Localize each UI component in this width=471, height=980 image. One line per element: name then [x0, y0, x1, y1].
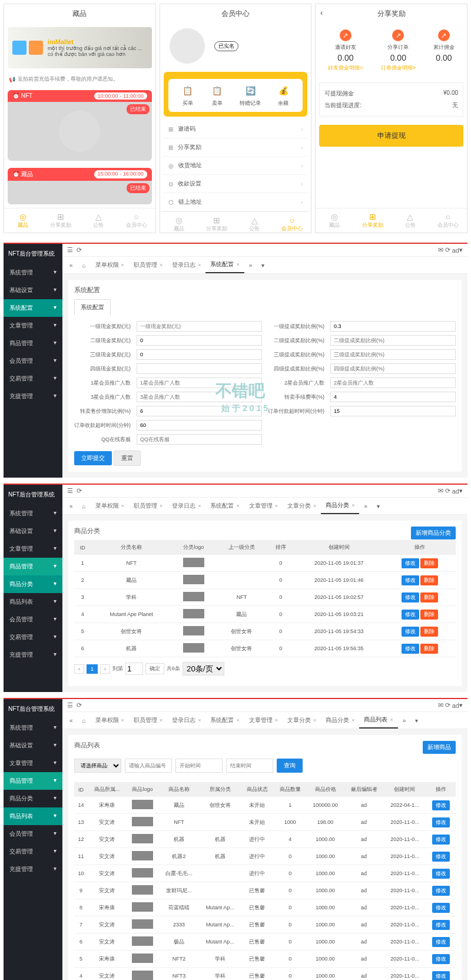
close-icon[interactable]: ×: [160, 717, 162, 723]
close-icon[interactable]: ×: [160, 503, 162, 509]
close-icon[interactable]: ×: [121, 262, 124, 268]
edit-button[interactable]: 修改: [432, 817, 450, 827]
sidebar-item[interactable]: 交易管理▾: [4, 370, 62, 388]
tab[interactable]: 登录日志 ×: [167, 713, 205, 728]
edit-button[interactable]: 修改: [432, 954, 450, 964]
edit-button[interactable]: 修改: [402, 644, 419, 654]
form-input[interactable]: [137, 420, 262, 431]
detail-link[interactable]: 订单佣金明细>: [381, 64, 416, 72]
close-icon[interactable]: ×: [121, 503, 124, 509]
tab[interactable]: 登录日志 ×: [167, 257, 205, 273]
sidebar-item[interactable]: 商品列表▾: [4, 593, 62, 611]
form-input[interactable]: [330, 363, 456, 374]
sidebar-item[interactable]: 文章管理▾: [4, 317, 62, 335]
edit-button[interactable]: 修改: [402, 627, 419, 637]
transfer-button[interactable]: 🔄转赠记录: [240, 84, 261, 107]
close-icon[interactable]: ×: [313, 503, 316, 509]
sidebar-item[interactable]: 充提管理▾: [4, 860, 62, 878]
sidebar-item[interactable]: 系统管理▾: [4, 264, 62, 282]
form-input[interactable]: [330, 392, 456, 402]
sub-tab[interactable]: 系统配置: [74, 299, 111, 315]
search-button[interactable]: 查询: [277, 759, 303, 773]
nav-notice[interactable]: △公告: [79, 212, 117, 229]
edit-button[interactable]: 修改: [432, 886, 450, 896]
tab[interactable]: 商品分类 ×: [321, 713, 359, 728]
home-icon[interactable]: ⌂: [78, 499, 91, 513]
buy-button[interactable]: 📋买单: [181, 84, 195, 107]
page-input[interactable]: [125, 663, 143, 675]
edit-button[interactable]: 修改: [402, 592, 419, 602]
nav-share[interactable]: ⊞分享奖励: [198, 216, 236, 233]
prev-page[interactable]: ‹: [74, 664, 84, 674]
refresh-icon[interactable]: ⟳: [445, 487, 450, 495]
close-icon[interactable]: ×: [351, 717, 354, 723]
tab-menu[interactable]: ▾: [410, 714, 423, 727]
sidebar-item[interactable]: 商品管理▾: [4, 772, 62, 790]
nft-card[interactable]: ⏰ NFT10:00:00 - 11:00:00 已结束: [8, 90, 152, 161]
close-icon[interactable]: ×: [351, 502, 354, 508]
tab[interactable]: 文章分类 ×: [283, 498, 321, 514]
tab-next[interactable]: »: [398, 714, 411, 727]
menu-icon[interactable]: ☰: [67, 701, 73, 709]
tab-prev[interactable]: «: [65, 499, 78, 513]
edit-button[interactable]: 修改: [402, 575, 419, 585]
refresh-icon[interactable]: ⟳: [77, 246, 82, 254]
form-input[interactable]: [137, 349, 262, 360]
refresh-icon[interactable]: ⟳: [445, 701, 450, 709]
refresh-icon[interactable]: ⟳: [77, 701, 82, 709]
sidebar-item[interactable]: 充提管理▾: [4, 388, 62, 405]
refresh-icon[interactable]: ⟳: [77, 487, 82, 495]
tab[interactable]: 职员管理 ×: [129, 257, 167, 273]
product-id-input[interactable]: [125, 759, 172, 773]
nav-collection[interactable]: ◎藏品: [160, 216, 198, 233]
nav-notice[interactable]: △公告: [236, 216, 273, 233]
tab[interactable]: 登录日志 ×: [167, 498, 205, 514]
menu-icon[interactable]: ☰: [67, 487, 73, 495]
menu-item[interactable]: ⊞邀请码›: [164, 120, 308, 138]
form-input[interactable]: [137, 335, 262, 346]
form-input[interactable]: [137, 434, 262, 445]
close-icon[interactable]: ×: [275, 717, 278, 723]
sidebar-item[interactable]: 会员管理▾: [4, 352, 62, 370]
delete-button[interactable]: 删除: [420, 575, 438, 585]
tab-prev[interactable]: «: [65, 714, 78, 727]
edit-button[interactable]: 修改: [432, 852, 450, 862]
nav-member[interactable]: ○会员中心: [429, 212, 467, 229]
edit-button[interactable]: 修改: [432, 800, 450, 810]
tab[interactable]: 文章管理 ×: [244, 498, 283, 514]
tab[interactable]: 文章管理 ×: [244, 713, 283, 728]
sidebar-item[interactable]: 商品分类▾: [4, 575, 62, 593]
menu-item[interactable]: ⬡链上地址›: [164, 193, 308, 211]
close-icon[interactable]: ×: [275, 503, 278, 509]
nav-collection[interactable]: ◎藏品: [4, 212, 42, 229]
edit-button[interactable]: 修改: [432, 971, 450, 981]
tab[interactable]: 系统配置 ×: [205, 713, 244, 728]
confirm-button[interactable]: 确定: [145, 663, 164, 674]
detail-link[interactable]: 好友佣金明细>: [328, 64, 363, 72]
edit-button[interactable]: 修改: [432, 869, 450, 879]
tab[interactable]: 文章分类 ×: [283, 713, 321, 728]
sidebar-item[interactable]: 系统管理▾: [4, 505, 62, 522]
add-product-button[interactable]: 新增商品: [423, 741, 456, 754]
tab[interactable]: 商品分类 ×: [321, 498, 359, 514]
nav-collection[interactable]: ◎藏品: [316, 212, 353, 229]
nav-share[interactable]: ⊞分享奖励: [42, 212, 79, 229]
refresh-icon[interactable]: ⟳: [445, 246, 450, 254]
reset-button[interactable]: 重置: [114, 451, 141, 466]
edit-button[interactable]: 修改: [432, 835, 450, 845]
home-icon[interactable]: ⌂: [78, 714, 91, 727]
message-icon[interactable]: ✉: [438, 487, 443, 495]
tab-next[interactable]: »: [359, 499, 372, 513]
close-icon[interactable]: ×: [121, 717, 124, 723]
edit-button[interactable]: 修改: [432, 920, 450, 930]
close-icon[interactable]: ×: [198, 503, 201, 509]
close-icon[interactable]: ×: [198, 262, 201, 268]
category-filter[interactable]: 请选择商品分类: [74, 759, 121, 773]
sidebar-item[interactable]: 会员管理▾: [4, 611, 62, 628]
form-input[interactable]: [137, 378, 262, 388]
form-input[interactable]: [137, 392, 262, 402]
sidebar-item[interactable]: 基础设置▾: [4, 522, 62, 540]
tab[interactable]: 职员管理 ×: [129, 713, 167, 728]
close-icon[interactable]: ×: [236, 717, 239, 723]
menu-item[interactable]: ◎收货地址›: [164, 157, 308, 175]
